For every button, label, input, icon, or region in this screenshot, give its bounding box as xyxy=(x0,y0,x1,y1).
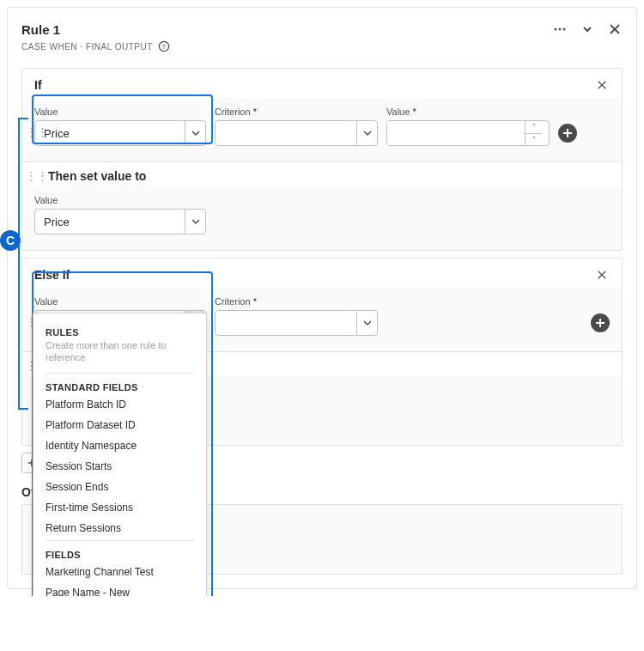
drag-handle-icon[interactable]: ⋮⋮ xyxy=(26,169,48,182)
svg-text:?: ? xyxy=(161,43,166,51)
dropdown-item[interactable]: Platform Batch ID xyxy=(37,394,203,415)
dropdown-group-fields: FIELDS xyxy=(37,545,203,562)
stepper-up-icon[interactable]: ˄ xyxy=(526,121,542,134)
dropdown-item[interactable]: Marketing Channel Test xyxy=(37,562,203,582)
dropdown-item[interactable]: Page Name - New xyxy=(37,582,203,596)
rule-header: Rule 1 xyxy=(21,21,623,37)
rule-header-actions xyxy=(552,21,623,37)
close-icon[interactable] xyxy=(594,77,610,93)
chevron-down-icon[interactable] xyxy=(185,210,205,234)
dropdown-helper-text: Create more than one rule to reference xyxy=(37,339,203,371)
svg-point-0 xyxy=(555,28,557,31)
elseif-section-title: Else If xyxy=(34,268,70,282)
if-value-input[interactable]: ˄ ˅ xyxy=(386,120,550,146)
add-condition-button[interactable] xyxy=(558,124,577,143)
field-label-value2: Value xyxy=(386,106,550,117)
dropdown-divider xyxy=(46,373,194,374)
if-criterion-select[interactable] xyxy=(215,120,378,146)
elseif-criterion-select[interactable] xyxy=(215,310,378,336)
if-value-selected: Price xyxy=(35,127,185,140)
field-label-criterion: Criterion xyxy=(215,106,378,117)
if-section-title: If xyxy=(34,78,42,92)
drag-handle-icon[interactable]: ⋮⋮ xyxy=(26,125,48,138)
rule-title: Rule 1 xyxy=(21,22,60,37)
field-label-value: Value xyxy=(34,106,206,117)
close-icon[interactable] xyxy=(594,267,610,283)
dropdown-group-rules: RULES xyxy=(37,322,203,339)
chevron-down-icon[interactable] xyxy=(356,311,377,335)
add-condition-button[interactable] xyxy=(591,313,610,332)
if-value-select[interactable]: Price xyxy=(34,120,206,146)
field-label-value: Value xyxy=(34,296,206,307)
then-title: Then set value to xyxy=(22,162,622,186)
dropdown-item[interactable]: First-time Sessions xyxy=(37,497,203,518)
field-label-value: Value xyxy=(34,195,206,205)
dropdown-item[interactable]: Return Sessions xyxy=(37,518,203,538)
then-value-selected: Price xyxy=(35,216,185,228)
rule-subtitle-label: CASE WHEN · FINAL OUTPUT xyxy=(21,42,153,52)
close-icon[interactable] xyxy=(607,21,623,37)
annotation-badge-c: C xyxy=(0,230,21,251)
if-section: ⋮⋮ If Value Price xyxy=(21,68,623,251)
dropdown-item[interactable]: Session Starts xyxy=(37,456,203,477)
field-label-criterion: Criterion xyxy=(215,296,378,307)
dropdown-item[interactable]: Session Ends xyxy=(37,477,203,497)
chevron-down-icon[interactable] xyxy=(185,121,205,145)
then-value-select[interactable]: Price xyxy=(34,209,206,234)
more-icon[interactable] xyxy=(552,21,568,37)
chevron-down-icon[interactable] xyxy=(356,121,377,145)
dropdown-group-standard: STANDARD FIELDS xyxy=(37,377,203,394)
chevron-down-icon[interactable] xyxy=(580,21,595,37)
then-block: ⋮⋮ Then set value to Value Price xyxy=(22,161,622,250)
dropdown-item[interactable]: Identity Namespace xyxy=(37,435,203,456)
help-icon[interactable]: ? xyxy=(158,40,170,52)
rule-subtitle: CASE WHEN · FINAL OUTPUT ? xyxy=(21,40,623,52)
svg-point-2 xyxy=(563,28,566,31)
value-dropdown-panel: RULES Create more than one rule to refer… xyxy=(33,313,207,596)
dropdown-divider xyxy=(46,540,194,541)
if-value-number-field[interactable] xyxy=(387,121,525,145)
stepper-down-icon[interactable]: ˅ xyxy=(526,134,542,146)
svg-point-1 xyxy=(559,28,562,31)
dropdown-item[interactable]: Platform Dataset ID xyxy=(37,415,203,435)
